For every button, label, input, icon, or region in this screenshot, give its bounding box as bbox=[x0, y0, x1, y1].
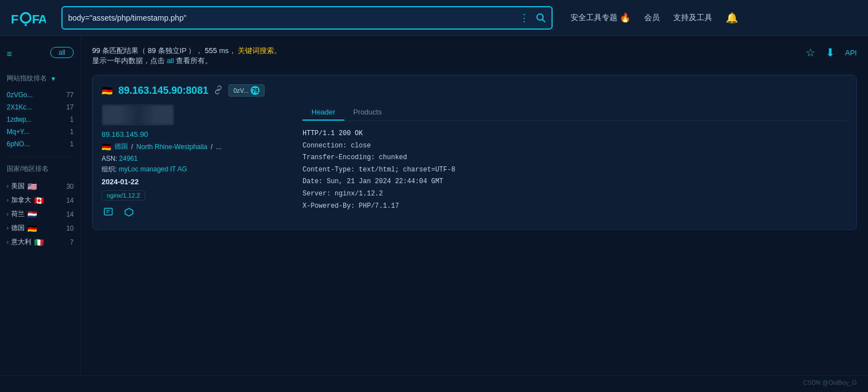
nav-support-tools[interactable]: 支持及工具 bbox=[673, 13, 712, 23]
header-line-6: Server: nginx/1.12.2 bbox=[303, 188, 847, 200]
result-location: 🇩🇪 德国 / North Rhine-Westphalia / ... bbox=[102, 142, 291, 151]
header-line-3: Transfer-Encoding: chunked bbox=[303, 152, 847, 164]
tab-products[interactable]: Products bbox=[344, 104, 391, 121]
unique-ip-count: 89 bbox=[148, 46, 156, 55]
card-flag: 🇩🇪 bbox=[102, 85, 113, 96]
svg-rect-7 bbox=[104, 208, 112, 215]
screenshot-placeholder bbox=[102, 104, 174, 126]
sidebar: ≡ all 网站指纹排名 ▼ 0zVGo... 77 2X1Kc... 17 1… bbox=[0, 36, 81, 375]
search-input[interactable] bbox=[68, 13, 519, 22]
view-icon-btn[interactable] bbox=[102, 206, 116, 221]
ip-address[interactable]: 89.163.145.90:8081 bbox=[118, 85, 208, 97]
results-header: 99 条匹配结果（ 89 条独立IP ）， 555 ms， 关键词搜索。 显示一… bbox=[92, 46, 857, 66]
link-icon bbox=[214, 85, 223, 96]
fingerprint-item-1[interactable]: 2X1Kc... 17 bbox=[7, 101, 74, 113]
header-line-2: Connection: close bbox=[303, 140, 847, 152]
keyword-search-link[interactable]: 关键词搜索。 bbox=[238, 46, 281, 55]
footer-credit: CSDN @OidBoy_G bbox=[803, 379, 857, 386]
bottom-bar: CSDN @OidBoy_G bbox=[0, 375, 868, 392]
location-flag: 🇩🇪 bbox=[102, 142, 111, 151]
fingerprint-item-3[interactable]: Mq+Y... 1 bbox=[7, 126, 74, 138]
header-line-1: HTTP/1.1 200 OK bbox=[303, 128, 847, 140]
result-right: Header Products HTTP/1.1 200 OK Connecti… bbox=[303, 104, 847, 221]
time-ms: 555 bbox=[205, 46, 217, 55]
result-ip-link[interactable]: 89.163.145.90 bbox=[102, 130, 291, 138]
screenshot-blur bbox=[102, 105, 174, 125]
header-line-5: Date: Sun, 21 Jan 2024 22:44:04 GMT bbox=[303, 176, 847, 188]
sidebar-divider bbox=[7, 157, 74, 157]
nav-membership[interactable]: 会员 bbox=[644, 13, 660, 23]
svg-text:F: F bbox=[11, 12, 19, 26]
hex-icon bbox=[124, 207, 134, 217]
asn-link[interactable]: 24961 bbox=[119, 155, 137, 162]
star-icon[interactable]: ☆ bbox=[805, 46, 816, 59]
region-link[interactable]: North Rhine-Westphalia bbox=[136, 143, 207, 151]
chevron-icon-1: › bbox=[7, 197, 8, 203]
bell-icon[interactable]: 🔔 bbox=[726, 12, 738, 24]
main-layout: ≡ all 网站指纹排名 ▼ 0zVGo... 77 2X1Kc... 17 1… bbox=[0, 36, 868, 375]
results-actions: ☆ ⬇ API bbox=[805, 46, 857, 59]
filter-icon[interactable]: ≡ bbox=[7, 49, 12, 59]
total-count: 99 bbox=[92, 46, 100, 55]
all-badge[interactable]: all bbox=[50, 47, 74, 58]
country-link[interactable]: 德国 bbox=[114, 142, 128, 151]
result-body: 89.163.145.90 🇩🇪 德国 / North Rhine-Westph… bbox=[102, 104, 847, 221]
logo: F F A bbox=[10, 7, 55, 29]
country-item-0[interactable]: › 美国 🇺🇸 30 bbox=[7, 179, 74, 193]
result-org: 组织: myLoc managed IT AG bbox=[102, 165, 291, 174]
search-icon bbox=[536, 13, 546, 23]
result-asn: ASN: 24961 bbox=[102, 155, 291, 162]
fingerprint-item-0[interactable]: 0zVGo... 77 bbox=[7, 89, 74, 101]
server-tag[interactable]: nginx/1.12.2 bbox=[102, 190, 145, 200]
country-item-3[interactable]: › 德国 🇩🇪 10 bbox=[7, 221, 74, 235]
svg-text:A: A bbox=[38, 12, 46, 26]
svg-line-6 bbox=[543, 19, 545, 22]
all-data-link[interactable]: all bbox=[167, 56, 174, 65]
flag-usa: 🇺🇸 bbox=[27, 182, 37, 191]
api-label[interactable]: API bbox=[845, 49, 857, 57]
country-item-1[interactable]: › 加拿大 🇨🇦 14 bbox=[7, 193, 74, 207]
tabs: Header Products bbox=[303, 104, 847, 121]
chevron-icon-3: › bbox=[7, 225, 8, 231]
content-area: 99 条匹配结果（ 89 条独立IP ）， 555 ms， 关键词搜索。 显示一… bbox=[81, 36, 868, 375]
nav-links: 安全工具专题 🔥 会员 支持及工具 🔔 bbox=[570, 12, 738, 24]
fingerprint-item-4[interactable]: 6pNO... 1 bbox=[7, 138, 74, 150]
org-link[interactable]: myLoc managed IT AG bbox=[119, 165, 188, 173]
svg-point-4 bbox=[25, 23, 27, 26]
search-bar: ⋮ bbox=[61, 6, 553, 30]
country-item-4[interactable]: › 意大利 🇮🇹 7 bbox=[7, 235, 74, 249]
result-card-header: 🇩🇪 89.163.145.90:8081 0zV... 78 bbox=[102, 84, 847, 97]
chevron-icon-0: › bbox=[7, 183, 8, 189]
logo-svg: F F A bbox=[10, 7, 46, 29]
view-icon bbox=[104, 207, 114, 217]
result-date: 2024-01-22 bbox=[102, 178, 291, 186]
tab-header[interactable]: Header bbox=[303, 104, 344, 121]
fingerprint-section-title: 网站指纹排名 ▼ bbox=[7, 74, 74, 83]
hex-icon-btn[interactable] bbox=[122, 206, 136, 221]
tag-badge[interactable]: 0zV... 78 bbox=[228, 84, 265, 97]
fire-icon: 🔥 bbox=[620, 12, 631, 23]
chevron-icon-4: › bbox=[7, 239, 8, 245]
svg-marker-10 bbox=[125, 208, 133, 216]
flag-italy: 🇮🇹 bbox=[34, 238, 44, 247]
search-button[interactable] bbox=[536, 13, 546, 23]
header-content: HTTP/1.1 200 OK Connection: close Transf… bbox=[303, 128, 847, 212]
country-item-2[interactable]: › 荷兰 🇳🇱 14 bbox=[7, 207, 74, 221]
flag-netherlands: 🇳🇱 bbox=[27, 210, 37, 219]
header-line-4: Content-Type: text/html; charset=UTF-8 bbox=[303, 164, 847, 176]
fingerprint-list: 0zVGo... 77 2X1Kc... 17 1zdwp... 1 Mq+Y.… bbox=[7, 89, 74, 150]
search-dots-icon[interactable]: ⋮ bbox=[519, 12, 530, 24]
sidebar-filter-icon[interactable]: ▼ bbox=[50, 75, 56, 82]
country-list: › 美国 🇺🇸 30 › 加拿大 🇨🇦 14 › 荷兰 🇳🇱 bbox=[7, 179, 74, 249]
flag-germany: 🇩🇪 bbox=[27, 224, 37, 233]
results-info: 99 条匹配结果（ 89 条独立IP ）， 555 ms， 关键词搜索。 显示一… bbox=[92, 46, 281, 66]
flag-canada: 🇨🇦 bbox=[34, 196, 44, 205]
fingerprint-item-2[interactable]: 1zdwp... 1 bbox=[7, 113, 74, 126]
topnav: F F A ⋮ 安全工具专题 🔥 会员 支持及工具 🔔 bbox=[0, 0, 868, 36]
chevron-icon-2: › bbox=[7, 211, 8, 217]
result-icons bbox=[102, 206, 291, 221]
result-left: 89.163.145.90 🇩🇪 德国 / North Rhine-Westph… bbox=[102, 104, 291, 221]
nav-security-tools[interactable]: 安全工具专题 🔥 bbox=[570, 12, 631, 23]
download-icon[interactable]: ⬇ bbox=[826, 46, 835, 59]
result-card: 🇩🇪 89.163.145.90:8081 0zV... 78 bbox=[92, 75, 857, 230]
